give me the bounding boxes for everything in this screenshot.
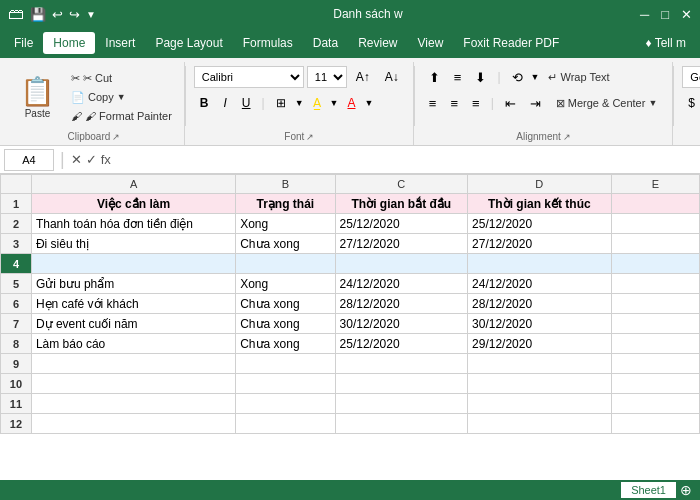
font-color-button[interactable]: A [341, 92, 361, 114]
menu-home[interactable]: Home [43, 32, 95, 54]
menu-review[interactable]: Review [348, 32, 407, 54]
cell-E6[interactable] [611, 294, 699, 314]
cell-D11[interactable] [468, 394, 612, 414]
cell-D4[interactable] [468, 254, 612, 274]
italic-button[interactable]: I [217, 92, 232, 114]
cell-C1[interactable]: Thời gian bắt đầu [335, 194, 468, 214]
wrap-text-button[interactable]: ↵ Wrap Text [541, 68, 616, 87]
cell-D7[interactable]: 30/12/2020 [468, 314, 612, 334]
cut-button[interactable]: ✂ ✂ Cut [67, 70, 176, 87]
copy-button[interactable]: 📄 Copy ▼ [67, 89, 176, 106]
cell-E5[interactable] [611, 274, 699, 294]
row-number-7[interactable]: 7 [1, 314, 32, 334]
cell-B1[interactable]: Trạng thái [236, 194, 335, 214]
cell-D8[interactable]: 29/12/2020 [468, 334, 612, 354]
borders-dropdown-icon[interactable]: ▼ [295, 98, 304, 108]
decrease-indent-button[interactable]: ⇤ [499, 92, 522, 114]
cell-C12[interactable] [335, 414, 468, 434]
font-expand-icon[interactable]: ↗ [306, 132, 314, 142]
align-right-button[interactable]: ≡ [466, 92, 486, 114]
cell-E4[interactable] [611, 254, 699, 274]
cell-C7[interactable]: 30/12/2020 [335, 314, 468, 334]
font-increase-button[interactable]: A↑ [350, 66, 376, 88]
cell-E7[interactable] [611, 314, 699, 334]
menu-insert[interactable]: Insert [95, 32, 145, 54]
maximize-btn[interactable]: □ [661, 7, 669, 22]
cell-reference-input[interactable]: A4 [4, 149, 54, 171]
cell-D9[interactable] [468, 354, 612, 374]
increase-indent-button[interactable]: ⇥ [524, 92, 547, 114]
cell-B10[interactable] [236, 374, 335, 394]
fill-color-button[interactable]: A̲ [307, 92, 327, 114]
bold-button[interactable]: B [194, 92, 215, 114]
row-number-9[interactable]: 9 [1, 354, 32, 374]
cell-A6[interactable]: Hẹn café với khách [31, 294, 235, 314]
row-number-1[interactable]: 1 [1, 194, 32, 214]
menu-formulas[interactable]: Formulas [233, 32, 303, 54]
cell-D5[interactable]: 24/12/2020 [468, 274, 612, 294]
cell-E12[interactable] [611, 414, 699, 434]
cell-C11[interactable] [335, 394, 468, 414]
add-sheet-btn[interactable]: ⊕ [680, 482, 692, 498]
row-number-8[interactable]: 8 [1, 334, 32, 354]
align-left-button[interactable]: ≡ [423, 92, 443, 114]
format-painter-button[interactable]: 🖌 🖌 Format Painter [67, 108, 176, 124]
fill-dropdown-icon[interactable]: ▼ [330, 98, 339, 108]
borders-button[interactable]: ⊞ [270, 92, 292, 114]
sheet-tab-1[interactable]: Sheet1 [621, 482, 676, 498]
cell-B7[interactable]: Chưa xong [236, 314, 335, 334]
formula-cancel-icon[interactable]: ✕ [71, 152, 82, 167]
col-header-d[interactable]: D [468, 175, 612, 194]
cell-D10[interactable] [468, 374, 612, 394]
menu-view[interactable]: View [408, 32, 454, 54]
cell-A3[interactable]: Đi siêu thị [31, 234, 235, 254]
cell-E9[interactable] [611, 354, 699, 374]
cell-A10[interactable] [31, 374, 235, 394]
cell-C3[interactable]: 27/12/2020 [335, 234, 468, 254]
cell-C9[interactable] [335, 354, 468, 374]
menu-data[interactable]: Data [303, 32, 348, 54]
underline-button[interactable]: U [236, 92, 257, 114]
cell-C2[interactable]: 25/12/2020 [335, 214, 468, 234]
cell-E1[interactable] [611, 194, 699, 214]
align-center-button[interactable]: ≡ [444, 92, 464, 114]
formula-input[interactable] [115, 151, 696, 169]
merge-center-button[interactable]: ⊠ Merge & Center ▼ [549, 94, 665, 113]
row-number-6[interactable]: 6 [1, 294, 32, 314]
angle-dropdown-icon[interactable]: ▼ [531, 72, 540, 82]
quick-access-undo[interactable]: ↩ [52, 7, 63, 22]
menu-page-layout[interactable]: Page Layout [145, 32, 232, 54]
cell-A5[interactable]: Gửi bưu phẩm [31, 274, 235, 294]
align-bottom-button[interactable]: ⬇︎ [469, 66, 492, 88]
menu-foxit[interactable]: Foxit Reader PDF [453, 32, 569, 54]
font-family-select[interactable]: Calibri [194, 66, 304, 88]
cell-A2[interactable]: Thanh toán hóa đơn tiền điện [31, 214, 235, 234]
cell-E8[interactable] [611, 334, 699, 354]
align-top-button[interactable]: ⬆︎ [423, 66, 446, 88]
col-header-e[interactable]: E [611, 175, 699, 194]
cell-B2[interactable]: Xong [236, 214, 335, 234]
cell-C8[interactable]: 25/12/2020 [335, 334, 468, 354]
cell-A7[interactable]: Dự event cuối năm [31, 314, 235, 334]
cell-C6[interactable]: 28/12/2020 [335, 294, 468, 314]
font-size-select[interactable]: 11 [307, 66, 347, 88]
cell-C10[interactable] [335, 374, 468, 394]
cell-A1[interactable]: Việc cần làm [31, 194, 235, 214]
copy-dropdown-icon[interactable]: ▼ [117, 92, 126, 102]
angle-text-button[interactable]: ⟲ [506, 66, 529, 88]
cell-C4[interactable] [335, 254, 468, 274]
row-number-10[interactable]: 10 [1, 374, 32, 394]
cell-A9[interactable] [31, 354, 235, 374]
font-color-dropdown-icon[interactable]: ▼ [364, 98, 373, 108]
cell-E2[interactable] [611, 214, 699, 234]
cell-C5[interactable]: 24/12/2020 [335, 274, 468, 294]
cell-E3[interactable] [611, 234, 699, 254]
col-header-a[interactable]: A [31, 175, 235, 194]
row-number-12[interactable]: 12 [1, 414, 32, 434]
row-number-5[interactable]: 5 [1, 274, 32, 294]
cell-D6[interactable]: 28/12/2020 [468, 294, 612, 314]
cell-B6[interactable]: Chưa xong [236, 294, 335, 314]
cell-A4[interactable] [31, 254, 235, 274]
cell-D12[interactable] [468, 414, 612, 434]
cell-B11[interactable] [236, 394, 335, 414]
